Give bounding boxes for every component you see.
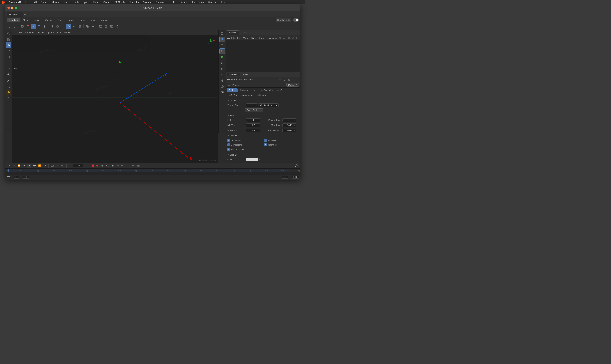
tl-settings[interactable] (116, 164, 120, 168)
menu-simulate[interactable]: Simulate (155, 1, 166, 3)
sec-cameras[interactable]: Cameras (24, 31, 35, 34)
ws-tab-script[interactable]: Script (87, 18, 98, 22)
exec-generators-checkbox[interactable] (227, 143, 230, 146)
tl-add-keyframe[interactable] (100, 164, 105, 168)
takes-tab[interactable]: Takes (239, 31, 250, 35)
list-icon[interactable] (287, 36, 291, 40)
fps-left-arrow[interactable]: ‹ (248, 119, 249, 121)
render-region[interactable] (114, 24, 120, 29)
attr-lock-icon[interactable] (287, 78, 291, 81)
close-button[interactable] (7, 7, 10, 9)
sec-options[interactable]: Options (46, 31, 55, 34)
menu-mesh[interactable]: Mesh (93, 1, 100, 3)
ri-deformer[interactable] (220, 66, 225, 72)
tl-search-keyframe[interactable] (105, 164, 110, 168)
lt-pen[interactable] (6, 101, 11, 107)
prevmax-left[interactable]: ‹ (284, 129, 285, 131)
ri-light[interactable] (220, 72, 225, 78)
ws-tab-track[interactable]: Track (77, 18, 87, 22)
menu-window[interactable]: Window (207, 1, 217, 3)
workspace-toggle[interactable] (293, 18, 299, 22)
tab-close-icon[interactable]: × (19, 13, 21, 15)
display-section-header[interactable]: ▼ Display (227, 153, 299, 156)
menu-mograph[interactable]: MoGraph (114, 1, 125, 3)
objects-file-menu[interactable]: File (231, 37, 236, 39)
tl-motion-clip[interactable] (121, 164, 125, 168)
text-tool[interactable]: A (122, 24, 127, 29)
project-dropdown[interactable]: Default ▾ (286, 83, 299, 87)
add-workspace-icon[interactable]: + (270, 18, 272, 22)
document-tab[interactable]: Untitled 1 × (7, 12, 23, 16)
exec-expression-checkbox[interactable] (264, 139, 267, 142)
subtab-project[interactable]: Project (227, 89, 237, 92)
pt-right-arrow[interactable]: › (294, 119, 295, 121)
color-swatch[interactable] (246, 158, 258, 161)
ws-tab-groom[interactable]: Groom (65, 18, 77, 22)
tl-auto-key[interactable]: A (95, 164, 99, 168)
status-start-frame[interactable]: 0 F (14, 176, 19, 179)
ri-sun[interactable] (220, 95, 225, 101)
mint-left[interactable]: ‹ (248, 124, 249, 126)
lt-group[interactable] (6, 37, 11, 42)
subtab-info[interactable]: Info (251, 89, 259, 92)
axis-z-toggle[interactable]: Z (36, 24, 42, 29)
attr-expand2-icon[interactable] (296, 78, 299, 81)
timeline-ruler[interactable]: 0 5 10 15 20 25 30 35 (5, 169, 300, 172)
attr-attributes-tab[interactable]: Attributes (227, 73, 239, 77)
menu-character[interactable]: Character (128, 1, 140, 3)
subtab-dynamics[interactable]: ◎ Dynamics (259, 89, 275, 92)
ws-tab-model[interactable]: Model (21, 18, 31, 22)
local-coord[interactable] (42, 24, 47, 29)
tl-expand-tl[interactable] (136, 164, 140, 168)
prevmin-left[interactable]: ‹ (248, 129, 249, 131)
ri-sphere[interactable] (220, 37, 225, 42)
subtab-todo[interactable]: ◎ To Do (227, 93, 239, 97)
lt-spiro[interactable] (6, 90, 11, 95)
sphere-tool[interactable] (55, 24, 60, 29)
subtab-nodes[interactable]: ◎ Nodes (255, 93, 268, 97)
maxt-left[interactable]: ‹ (284, 124, 285, 126)
polygon-tool[interactable] (66, 24, 71, 29)
menu-modes[interactable]: Modes (51, 1, 60, 3)
home-icon[interactable] (283, 36, 286, 40)
menu-tools[interactable]: Tools (72, 1, 80, 3)
status-current-frame[interactable]: 0 F (23, 176, 28, 179)
maxt-right[interactable]: › (294, 124, 295, 126)
subtab-cineware[interactable]: Cineware (238, 89, 251, 92)
ri-node[interactable] (220, 48, 225, 54)
sec-view[interactable]: File (18, 31, 23, 34)
menu-spline[interactable]: Spline (82, 1, 90, 3)
fps-right-arrow[interactable]: › (258, 119, 259, 121)
exec-deformers-checkbox[interactable] (264, 143, 267, 146)
attr-layers-tab[interactable]: Layers (239, 73, 250, 77)
tl-morph[interactable] (126, 164, 130, 168)
panel-menu-icon[interactable] (227, 36, 230, 39)
prevmax-right[interactable]: › (294, 129, 295, 131)
objects-bookmarks-menu[interactable]: Bookmarks (265, 37, 278, 39)
redo-button[interactable] (12, 24, 17, 29)
nurbs-tool[interactable] (72, 24, 77, 29)
menu-create[interactable]: Create (40, 1, 49, 3)
undo-button[interactable] (7, 24, 12, 29)
tl-frame-input[interactable]: 0 F (73, 164, 83, 168)
attr-mode-menu[interactable]: Mode (231, 78, 237, 81)
render-view[interactable] (98, 24, 103, 29)
tl-record-button[interactable] (92, 164, 94, 167)
timeline-tracks[interactable] (5, 172, 300, 175)
subtab-animation[interactable]: ◎ Animation (239, 93, 255, 97)
menu-tracker[interactable]: Tracker (168, 1, 177, 3)
minimize-button[interactable] (11, 7, 14, 9)
fps-input[interactable]: ‹ 30 › (246, 118, 260, 122)
spline-tool[interactable] (77, 24, 82, 29)
tl-go-end[interactable]: ⏭ (42, 164, 47, 168)
tl-go-start[interactable]: ⏮ (12, 164, 16, 168)
toolbar-menu-icon[interactable] (14, 31, 17, 34)
ws-tab-standard[interactable]: Standard (7, 18, 20, 22)
lt-select-loop[interactable] (6, 72, 11, 78)
status-menu-icon[interactable] (7, 176, 10, 179)
sec-panel[interactable]: Panel (64, 31, 71, 34)
render-settings[interactable] (109, 24, 114, 29)
menu-volume[interactable]: Volume (102, 1, 111, 3)
ri-render[interactable] (220, 90, 225, 95)
objects-tags-menu[interactable]: Tags (258, 37, 264, 39)
